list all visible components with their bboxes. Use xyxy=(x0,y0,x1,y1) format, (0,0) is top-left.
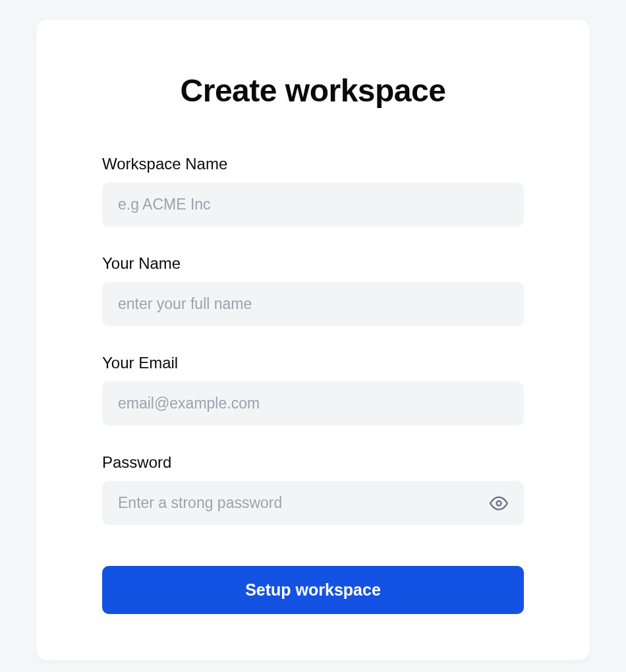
your-email-field: Your Email xyxy=(102,354,524,426)
password-field: Password xyxy=(102,453,524,525)
page-title: Create workspace xyxy=(102,72,524,109)
workspace-name-input-wrap xyxy=(102,182,524,227)
workspace-name-field: Workspace Name xyxy=(102,155,524,227)
setup-workspace-button[interactable]: Setup workspace xyxy=(102,566,524,614)
your-name-input-wrap xyxy=(102,282,524,326)
toggle-password-visibility-button[interactable] xyxy=(486,490,512,517)
create-workspace-card: Create workspace Workspace Name Your Nam… xyxy=(36,20,590,660)
your-email-input[interactable] xyxy=(102,381,524,426)
your-name-input[interactable] xyxy=(102,282,524,326)
your-email-input-wrap xyxy=(102,381,524,426)
workspace-name-input[interactable] xyxy=(102,182,524,227)
password-input[interactable] xyxy=(102,481,524,525)
your-name-field: Your Name xyxy=(102,254,524,326)
eye-icon xyxy=(490,494,508,513)
your-email-label: Your Email xyxy=(102,354,524,372)
workspace-name-label: Workspace Name xyxy=(102,155,524,173)
svg-point-0 xyxy=(497,501,501,505)
password-input-wrap xyxy=(102,481,524,525)
your-name-label: Your Name xyxy=(102,254,524,273)
password-label: Password xyxy=(102,453,524,472)
